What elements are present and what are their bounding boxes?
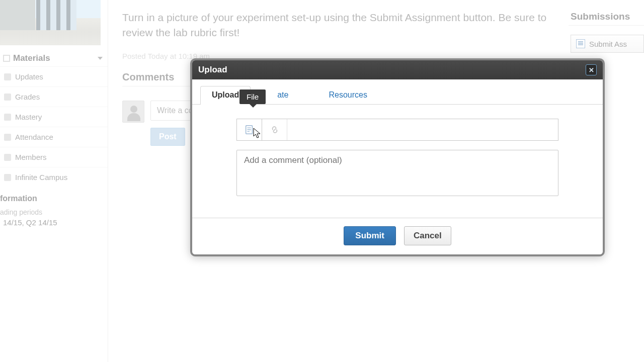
close-button[interactable]: ✕ <box>586 64 597 75</box>
tab-resources[interactable]: Resources <box>317 86 378 105</box>
attachment-bar <box>236 119 558 141</box>
file-tooltip: File <box>239 89 266 104</box>
upload-modal: Upload ✕ Upload ate Resources <box>190 58 605 256</box>
modal-title: Upload <box>198 65 227 75</box>
link-icon <box>269 124 280 135</box>
attach-link-button[interactable] <box>262 119 287 140</box>
attachment-drop-zone[interactable] <box>287 119 558 140</box>
submit-button[interactable]: Submit <box>344 226 396 245</box>
close-icon: ✕ <box>589 66 594 74</box>
upload-comment-input[interactable] <box>236 150 558 196</box>
attach-file-button[interactable] <box>237 119 262 140</box>
file-icon <box>244 124 255 135</box>
cancel-button[interactable]: Cancel <box>404 226 451 245</box>
